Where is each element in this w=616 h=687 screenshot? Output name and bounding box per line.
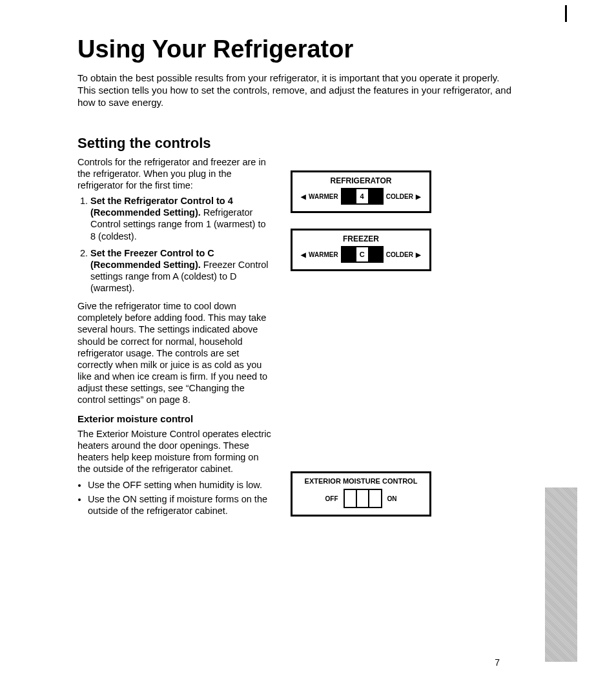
off-label: OFF bbox=[325, 495, 338, 502]
section-heading: Setting the controls bbox=[77, 134, 271, 152]
step-2: Set the Freezer Control to C (Recommende… bbox=[90, 247, 271, 294]
left-column: Setting the controls Controls for the re… bbox=[77, 134, 271, 519]
moisture-switch bbox=[344, 489, 382, 508]
refrigerator-control-row: ◀ WARMER 4 COLDER ▶ bbox=[296, 188, 426, 205]
after-steps-paragraph: Give the refrigerator time to cool down … bbox=[77, 300, 271, 405]
refrigerator-panel-title: REFRIGERATOR bbox=[296, 176, 426, 185]
dial-left-block bbox=[342, 189, 356, 203]
freezer-panel-title: FREEZER bbox=[296, 234, 426, 243]
refrigerator-dial-value: 4 bbox=[356, 189, 368, 203]
step-2-bold: Set the Freezer Control to C (Recommende… bbox=[90, 248, 214, 270]
section-lede: Controls for the refrigerator and freeze… bbox=[77, 156, 271, 191]
right-arrow-icon: ▶ bbox=[416, 193, 421, 200]
dial-left-block bbox=[342, 247, 356, 261]
bullet-2: Use the ON setting if moisture forms on … bbox=[88, 493, 271, 517]
on-label: ON bbox=[387, 495, 397, 502]
two-column-layout: Setting the controls Controls for the re… bbox=[77, 134, 539, 519]
moisture-panel-title: EXTERIOR MOISTURE CONTROL bbox=[296, 477, 426, 485]
refrigerator-dial: 4 bbox=[341, 188, 384, 205]
page-title: Using Your Refrigerator bbox=[77, 36, 539, 63]
right-arrow-icon: ▶ bbox=[416, 251, 421, 258]
colder-label: COLDER bbox=[386, 193, 413, 200]
dial-right-block bbox=[368, 247, 382, 261]
colder-label: COLDER bbox=[386, 251, 413, 258]
warmer-label: WARMER bbox=[309, 193, 338, 200]
switch-segment bbox=[357, 490, 369, 507]
page-number: 7 bbox=[495, 657, 500, 668]
subsection-body: The Exterior Moisture Control operates e… bbox=[77, 428, 271, 475]
step-1: Set the Refrigerator Control to 4 (Recom… bbox=[90, 195, 271, 242]
document-page: Using Your Refrigerator To obtain the be… bbox=[0, 0, 616, 519]
subsection-heading: Exterior moisture control bbox=[77, 413, 271, 426]
steps-list: Set the Refrigerator Control to 4 (Recom… bbox=[77, 195, 271, 294]
warmer-label: WARMER bbox=[309, 251, 338, 258]
moisture-control-row: OFF ON bbox=[296, 489, 426, 508]
freezer-dial: C bbox=[341, 246, 384, 263]
switch-segment bbox=[345, 490, 357, 507]
left-arrow-icon: ◀ bbox=[301, 251, 306, 258]
moisture-control-panel: EXTERIOR MOISTURE CONTROL OFF ON bbox=[291, 471, 431, 517]
refrigerator-control-panel: REFRIGERATOR ◀ WARMER 4 COLDER ▶ bbox=[291, 170, 431, 213]
bullet-list: Use the OFF setting when humidity is low… bbox=[77, 479, 271, 517]
freezer-control-panel: FREEZER ◀ WARMER C COLDER ▶ bbox=[291, 229, 431, 271]
right-column: REFRIGERATOR ◀ WARMER 4 COLDER ▶ FREEZER bbox=[291, 134, 539, 519]
freezer-dial-value: C bbox=[356, 247, 368, 261]
intro-paragraph: To obtain the best possible results from… bbox=[77, 72, 517, 108]
switch-segment bbox=[369, 490, 380, 507]
dial-right-block bbox=[368, 189, 382, 203]
bullet-1: Use the OFF setting when humidity is low… bbox=[88, 479, 271, 491]
left-arrow-icon: ◀ bbox=[301, 193, 306, 200]
scan-artifact bbox=[545, 487, 577, 662]
freezer-control-row: ◀ WARMER C COLDER ▶ bbox=[296, 246, 426, 263]
